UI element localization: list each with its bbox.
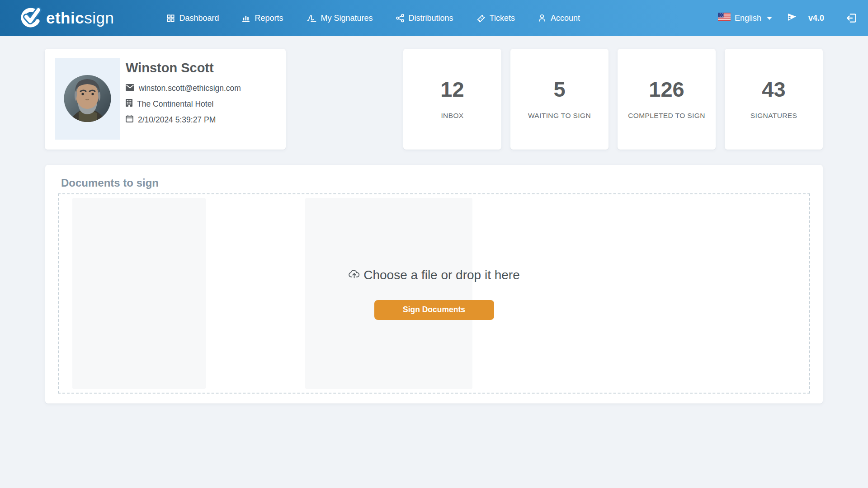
stat-value: 5	[553, 79, 565, 100]
stat-label: SIGNATURES	[750, 112, 797, 120]
share-nodes-icon	[396, 14, 405, 23]
summary-row: Winston Scott winston.scott@ethicsign.co…	[45, 49, 823, 150]
navbar-right: English v4.0	[718, 11, 858, 25]
stat-card-completed-to-sign[interactable]: 126 COMPLETED TO SIGN	[618, 49, 716, 150]
sign-documents-button[interactable]: Sign Documents	[374, 300, 494, 320]
stat-card-signatures[interactable]: 43 SIGNATURES	[725, 49, 823, 150]
main-nav: Dashboard Reports My Signatures	[166, 14, 580, 23]
brand-logo[interactable]: ethicsign	[19, 5, 114, 31]
nav-label: Account	[551, 14, 580, 23]
envelope-icon	[126, 84, 134, 93]
building-icon	[126, 99, 132, 109]
profile-details: Winston Scott winston.scott@ethicsign.co…	[126, 58, 241, 141]
logout-icon[interactable]	[846, 12, 858, 24]
stat-card-inbox[interactable]: 12 INBOX	[403, 49, 501, 150]
calendar-icon	[126, 115, 133, 125]
brand-name: ethicsign	[46, 9, 114, 27]
version-label: v4.0	[808, 14, 824, 23]
dropzone-ghost-shape	[72, 198, 206, 389]
stat-label: COMPLETED TO SIGN	[628, 112, 705, 120]
nav-item-distributions[interactable]: Distributions	[396, 14, 453, 23]
chevron-down-icon	[767, 17, 772, 20]
profile-company-row: The Continental Hotel	[126, 99, 241, 109]
us-flag-icon	[718, 13, 731, 23]
profile-email: winston.scott@ethicsign.com	[139, 84, 241, 93]
file-dropzone[interactable]: Choose a file or drop it here Sign Docum…	[58, 193, 810, 394]
flag-icon[interactable]	[786, 11, 797, 25]
profile-company: The Continental Hotel	[137, 99, 213, 109]
nav-item-account[interactable]: Account	[538, 14, 580, 23]
bar-chart-icon	[241, 14, 250, 23]
signature-icon	[306, 14, 317, 23]
cloud-upload-icon	[348, 267, 360, 283]
nav-label: My Signatures	[321, 14, 373, 23]
avatar	[55, 58, 120, 140]
dropzone-text: Choose a file or drop it here	[363, 268, 520, 282]
section-title: Documents to sign	[61, 177, 810, 189]
stats-row: 12 INBOX 5 WAITING TO SIGN 126 COMPLETED…	[403, 49, 823, 150]
nav-item-tickets[interactable]: Tickets	[476, 14, 515, 23]
profile-card: Winston Scott winston.scott@ethicsign.co…	[45, 49, 286, 150]
ethicsign-check-logo-icon	[19, 5, 43, 31]
nav-item-reports[interactable]: Reports	[241, 14, 283, 23]
dropzone-label: Choose a file or drop it here	[348, 267, 520, 283]
stat-value: 126	[649, 79, 684, 100]
stat-label: WAITING TO SIGN	[528, 112, 591, 120]
profile-datetime: 2/10/2024 5:39:27 PM	[138, 115, 216, 125]
top-navbar: ethicsign Dashboard Reports	[0, 0, 868, 36]
language-label: English	[735, 14, 761, 23]
nav-label: Reports	[255, 14, 283, 23]
nav-label: Dashboard	[179, 14, 219, 23]
profile-email-row: winston.scott@ethicsign.com	[126, 84, 241, 93]
person-icon	[538, 14, 547, 23]
stat-value: 43	[762, 79, 785, 100]
profile-name: Winston Scott	[126, 61, 241, 75]
nav-label: Tickets	[490, 14, 515, 23]
stat-card-waiting-to-sign[interactable]: 5 WAITING TO SIGN	[510, 49, 609, 150]
language-selector[interactable]: English	[718, 13, 772, 23]
nav-label: Distributions	[409, 14, 453, 23]
dropzone-ghost-shape	[305, 198, 472, 389]
nav-item-dashboard[interactable]: Dashboard	[166, 14, 219, 23]
dashboard-grid-icon	[166, 14, 175, 23]
ticket-icon	[476, 14, 486, 23]
profile-datetime-row: 2/10/2024 5:39:27 PM	[126, 115, 241, 125]
nav-item-my-signatures[interactable]: My Signatures	[306, 14, 373, 23]
stat-value: 12	[440, 79, 464, 100]
stat-label: INBOX	[441, 112, 463, 120]
documents-to-sign-card: Documents to sign Choose a file or drop …	[45, 165, 823, 404]
